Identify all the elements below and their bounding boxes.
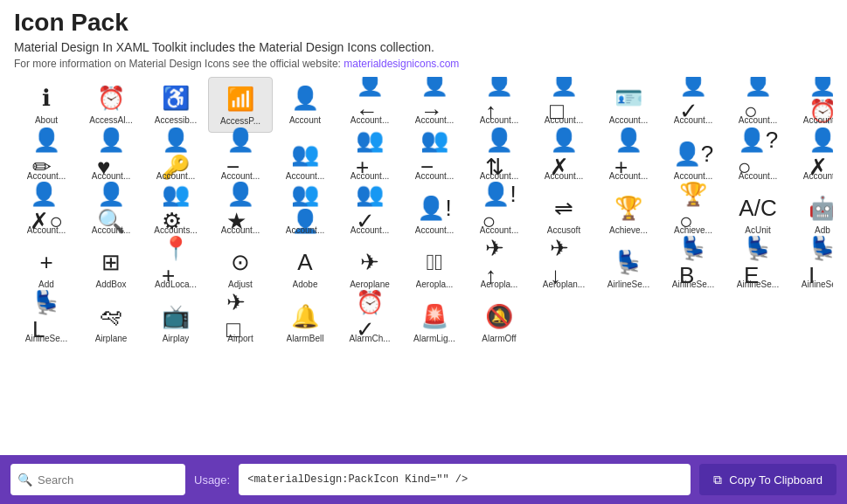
icon-item-accountnetwork[interactable]: 👤⇅Account...	[467, 133, 531, 187]
icon-label-adobe: Adobe	[293, 280, 318, 290]
icon-item-accountalertoutline[interactable]: 👤!○Account...	[467, 187, 531, 241]
icon-item-aeroplaneoff[interactable]: ✈⃠Aeropla...	[402, 241, 467, 295]
icon-item-accountminus[interactable]: 👤−Account...	[208, 133, 273, 187]
alarmcheck-icon: ⏰✓	[356, 302, 384, 330]
accountcard-icon: 🪪	[614, 84, 642, 112]
icon-item-achievementboxoutline[interactable]: 🏆○Achieve...	[661, 187, 726, 241]
icon-item-accountsettings[interactable]: 👥⚙Accounts...	[143, 187, 208, 241]
icon-item-accountcircle[interactable]: 👤○Account...	[726, 77, 790, 133]
icon-item-accountalert[interactable]: 👤!Account...	[402, 187, 467, 241]
icon-item-airplay[interactable]: 📺Airplay	[143, 295, 208, 349]
icon-item-alarmoff[interactable]: 🔕AlarmOff	[467, 295, 531, 349]
icon-item-accountmultipleplus[interactable]: 👥+Account...	[337, 133, 402, 187]
icon-item-accountplus[interactable]: 👤+Account...	[596, 133, 661, 187]
icon-item-airlineseatseconomy[interactable]: 💺EAirlineSe...	[726, 241, 790, 295]
icon-item-aeroplanetakeoff[interactable]: ✈↑Aeropla...	[467, 241, 531, 295]
icon-item-airlineseatsbusiness[interactable]: 💺BAirlineSe...	[661, 241, 726, 295]
accountclock-icon: 👤⏰	[809, 84, 833, 112]
icon-item-accountgroup[interactable]: 👥👤Account...	[273, 187, 337, 241]
icon-label-alarmcheck: AlarmCh...	[349, 334, 390, 344]
icon-label-accesspoint: AccessP...	[220, 116, 260, 127]
icon-item-accountquestion[interactable]: 👤?Account...	[661, 133, 726, 187]
bottom-bar: 🔍 Usage: <materialDesign:PackIcon Kind="…	[0, 455, 847, 504]
icon-item-add[interactable]: +Add	[14, 241, 79, 295]
info-link[interactable]: materialdesignicons.com	[344, 58, 459, 70]
icon-item-account[interactable]: 👤Account	[273, 77, 337, 133]
icon-item-about[interactable]: ℹAbout	[14, 77, 79, 133]
icon-item-airlineseatsindividual[interactable]: 💺IAirlineSe...	[790, 241, 833, 295]
icon-item-accountheart[interactable]: 👤♥Account...	[79, 133, 143, 187]
icon-item-accountquestionoutline[interactable]: 👤?○Account...	[726, 133, 790, 187]
icon-item-accountedit[interactable]: 👤✏Account...	[14, 133, 79, 187]
icon-item-accountmultiplecheck[interactable]: 👥✓Account...	[337, 187, 402, 241]
icon-item-accountarrowup[interactable]: 👤↑Account...	[467, 77, 531, 133]
icon-item-adjust[interactable]: ⊙Adjust	[208, 241, 273, 295]
icon-item-alarmcheck[interactable]: ⏰✓AlarmCh...	[337, 295, 402, 349]
accountedit-icon: 👤✏	[32, 140, 60, 168]
icon-item-accesspoint[interactable]: 📶AccessP...	[208, 77, 273, 133]
icon-label-airplay: Airplay	[163, 334, 190, 344]
icon-item-airplane2[interactable]: 🛩Airplane	[79, 295, 143, 349]
icon-item-accountcard[interactable]: 🪪Account...	[596, 77, 661, 133]
accountalert-icon: 👤!	[420, 194, 448, 222]
icon-item-accountremove[interactable]: 👤✗Account...	[790, 133, 833, 187]
icon-item-accountmultiple[interactable]: 👥Account...	[273, 133, 337, 187]
icon-item-airlinesesatlegroom[interactable]: 💺LAirlineSe...	[14, 295, 79, 349]
aeroplanelanding-icon: ✈↓	[550, 248, 578, 276]
icon-item-accessible[interactable]: ♿Accessib...	[143, 77, 208, 133]
icon-label-alarmoff: AlarmOff	[482, 334, 516, 344]
icon-item-accessalarm[interactable]: ⏰AccessAl...	[79, 77, 143, 133]
icon-item-achievementbox[interactable]: 🏆Achieve...	[596, 187, 661, 241]
icon-label-achievementbox: Achieve...	[609, 225, 648, 236]
icon-item-accountarrowleft[interactable]: 👤←Account...	[337, 77, 402, 133]
icon-item-accountstar[interactable]: 👤★Account...	[208, 187, 273, 241]
icon-item-accountbox[interactable]: 👤□Account...	[531, 77, 596, 133]
aeroplanetakeoff-icon: ✈↑	[485, 248, 513, 276]
icon-label-accountarrowup: Account...	[480, 115, 518, 126]
accessalarm-icon: ⏰	[97, 84, 125, 112]
icon-item-airlineseats[interactable]: 💺AirlineSe...	[596, 241, 661, 295]
aeroplaneoff-icon: ✈⃠	[420, 248, 448, 276]
icon-label-aeroplaneoff: Aeropla...	[416, 280, 454, 290]
accountstar-icon: 👤★	[226, 194, 254, 222]
icon-item-accountswitch[interactable]: ⇌Accusoft	[531, 187, 596, 241]
addbox-icon: ⊞	[97, 248, 125, 276]
icon-label-aeroplanetakeoff: Aeropla...	[481, 280, 518, 290]
usage-code: <materialDesign:PackIcon Kind="" />	[239, 464, 691, 495]
search-box[interactable]: 🔍	[10, 464, 185, 495]
icon-label-accountoff: Account...	[545, 171, 583, 182]
icon-item-accountoff[interactable]: 👤✗Account...	[531, 133, 596, 187]
icon-item-accountkey[interactable]: 👤🔑Account...	[143, 133, 208, 187]
icon-item-addlocation[interactable]: 📍+AddLoca...	[143, 241, 208, 295]
accountheart-icon: 👤♥	[97, 140, 125, 168]
aeroplane-icon: ✈	[356, 248, 384, 276]
icon-item-accountcheck[interactable]: 👤✓Account...	[661, 77, 726, 133]
copy-to-clipboard-button[interactable]: ⧉ Copy To Clipboard	[699, 464, 837, 495]
icon-item-accountarrowright[interactable]: 👤→Account...	[402, 77, 467, 133]
icon-item-accountclock[interactable]: 👤⏰Account...	[790, 77, 833, 133]
icon-item-acunit[interactable]: A/CAcUnit	[726, 187, 790, 241]
icon-item-accountsearch[interactable]: 👤🔍Account...	[79, 187, 143, 241]
acunit-icon: A/C	[744, 194, 772, 222]
icon-item-alarmbell[interactable]: 🔔AlarmBell	[273, 295, 337, 349]
icon-item-adb[interactable]: 🤖Adb	[790, 187, 833, 241]
copy-icon: ⧉	[713, 473, 722, 487]
icon-item-aeroplanelanding[interactable]: ✈↓Aeroplan...	[531, 241, 596, 295]
icon-item-accountmultipleminus[interactable]: 👥−Account...	[402, 133, 467, 187]
icon-item-alarmlight[interactable]: 🚨AlarmLig...	[402, 295, 467, 349]
accountalertoutline-icon: 👤!○	[485, 194, 513, 222]
icon-item-aeroplane[interactable]: ✈Aeroplane	[337, 241, 402, 295]
icon-label-alarmlight: AlarmLig...	[413, 334, 455, 344]
icon-item-addbox[interactable]: ⊞AddBox	[79, 241, 143, 295]
account-icon: 👤	[291, 84, 319, 112]
icon-label-airport: Airport	[227, 334, 253, 344]
icon-label-aeroplanelanding: Aeroplan...	[543, 280, 585, 290]
icon-item-accountremoveoutline[interactable]: 👤✗○Account...	[14, 187, 79, 241]
search-input[interactable]	[38, 473, 178, 487]
icon-item-airport[interactable]: ✈□Airport	[208, 295, 273, 349]
search-icon: 🔍	[17, 473, 32, 487]
icon-item-adobe[interactable]: AAdobe	[273, 241, 337, 295]
accountplus-icon: 👤+	[614, 140, 642, 168]
achievementbox-icon: 🏆	[614, 194, 642, 222]
icon-label-about: About	[35, 115, 58, 126]
